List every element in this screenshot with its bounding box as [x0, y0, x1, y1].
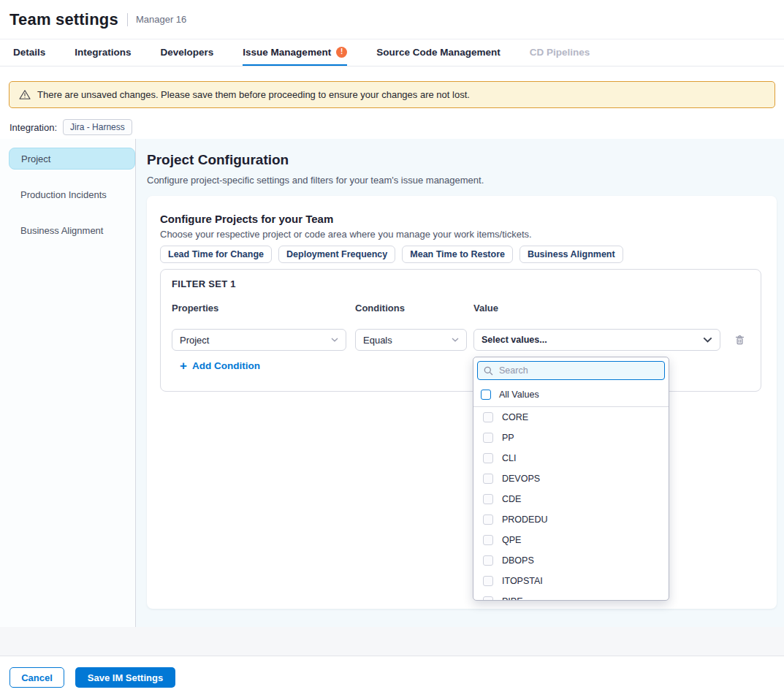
- sidebar-item-label: Business Alignment: [20, 225, 103, 236]
- tab-label: Issue Management: [243, 47, 331, 58]
- select-all-values-option[interactable]: All Values: [473, 384, 669, 406]
- sidebar-item-business-alignment[interactable]: Business Alignment: [9, 219, 135, 241]
- tab-label: Developers: [161, 47, 214, 58]
- tab-integrations[interactable]: Integrations: [75, 39, 131, 66]
- card-subtitle: Choose your respective project or code a…: [160, 229, 532, 240]
- cancel-button[interactable]: Cancel: [9, 667, 64, 688]
- filter-set-1: FILTER SET 1 Properties Conditions Value…: [160, 269, 761, 392]
- sidebar-item-project[interactable]: Project: [9, 148, 135, 170]
- tab-cd-pipelines: CD Pipelines: [530, 39, 590, 66]
- metric-chip-mean-time-to-restore: Mean Time to Restore: [402, 246, 513, 263]
- checkbox[interactable]: [483, 555, 493, 566]
- dropdown-option-core[interactable]: CORE: [473, 407, 669, 428]
- section-subtitle: Configure project-specific settings and …: [147, 175, 484, 186]
- dropdown-option-devops[interactable]: DEVOPS: [473, 468, 669, 489]
- option-label: ITOPSTAI: [502, 576, 543, 586]
- checkbox[interactable]: [483, 474, 493, 484]
- dropdown-option-cde[interactable]: CDE: [473, 489, 669, 509]
- checkbox-all-values[interactable]: [481, 390, 491, 400]
- property-select-value: Project: [180, 335, 209, 346]
- values-multiselect[interactable]: Select values...: [473, 329, 720, 351]
- sidebar-item-production-incidents[interactable]: Production Incidents: [9, 183, 135, 205]
- tab-label: Details: [13, 47, 45, 58]
- column-header-value: Value: [473, 303, 498, 314]
- card-title: Configure Projects for your Team: [160, 213, 333, 225]
- chevron-down-icon: [703, 337, 712, 343]
- checkbox[interactable]: [483, 453, 493, 463]
- column-header-conditions: Conditions: [355, 303, 405, 314]
- column-header-properties: Properties: [172, 303, 218, 314]
- dropdown-option-pp[interactable]: PP: [473, 428, 669, 448]
- checkbox[interactable]: [483, 494, 493, 504]
- tab-label: Integrations: [75, 47, 131, 58]
- project-configuration-card: Configure Projects for your Team Choose …: [147, 196, 777, 609]
- dropdown-option-pipe[interactable]: PIPE: [473, 591, 669, 601]
- integration-row: Integration: Jira - Harness: [9, 119, 132, 135]
- tab-source-code-management[interactable]: Source Code Management: [376, 39, 501, 66]
- option-label: DBOPS: [502, 555, 534, 566]
- trash-icon: [734, 334, 745, 346]
- unsaved-changes-banner: There are unsaved changes. Please save t…: [9, 81, 775, 108]
- bottom-strip: [0, 627, 784, 656]
- property-select[interactable]: Project: [172, 329, 346, 351]
- search-icon: [484, 366, 493, 376]
- plus-icon: +: [180, 360, 187, 372]
- settings-sidebar: Project Production Incidents Business Al…: [9, 148, 135, 255]
- delete-filter-button[interactable]: [732, 333, 747, 347]
- checkbox[interactable]: [483, 412, 493, 422]
- banner-text: There are unsaved changes. Please save t…: [37, 89, 470, 100]
- checkbox[interactable]: [483, 596, 493, 601]
- integration-label: Integration:: [9, 122, 57, 133]
- metric-chips: Lead Time for Change Deployment Frequenc…: [160, 246, 623, 263]
- warning-icon: [19, 89, 31, 100]
- metric-chip-business-alignment: Business Alignment: [520, 246, 623, 263]
- tab-developers[interactable]: Developers: [161, 39, 214, 66]
- add-condition-button[interactable]: + Add Condition: [180, 360, 260, 372]
- dropdown-option-itopstai[interactable]: ITOPSTAI: [473, 571, 669, 591]
- checkbox[interactable]: [483, 535, 493, 545]
- unsaved-alert-badge: !: [336, 47, 347, 58]
- values-dropdown-panel: All Values CORE PP CLI DEVOPS CDE PRODED…: [473, 357, 669, 601]
- dropdown-option-cli[interactable]: CLI: [473, 448, 669, 468]
- add-condition-label: Add Condition: [192, 360, 260, 371]
- search-input[interactable]: [498, 365, 658, 376]
- option-label: PIPE: [502, 596, 523, 601]
- option-label: QPE: [502, 535, 521, 545]
- chevron-down-icon: [331, 338, 338, 342]
- page-header: Team settings Manager 16: [0, 0, 784, 39]
- integration-chip[interactable]: Jira - Harness: [63, 119, 132, 135]
- all-values-label: All Values: [499, 390, 539, 400]
- filter-set-title: FILTER SET 1: [172, 278, 236, 289]
- tab-label: CD Pipelines: [530, 47, 590, 58]
- values-multiselect-placeholder: Select values...: [482, 335, 547, 345]
- condition-select-value: Equals: [363, 335, 392, 346]
- page-title: Team settings: [9, 10, 118, 29]
- option-label: CORE: [502, 412, 528, 422]
- tab-details[interactable]: Details: [13, 39, 45, 66]
- option-label: CDE: [502, 494, 521, 504]
- metric-chip-deployment-frequency: Deployment Frequency: [278, 246, 395, 263]
- save-im-settings-button[interactable]: Save IM Settings: [75, 667, 175, 688]
- condition-select[interactable]: Equals: [355, 329, 467, 351]
- chevron-down-icon: [452, 338, 459, 342]
- checkbox[interactable]: [483, 576, 493, 586]
- team-settings-page: Team settings Manager 16 Details Integra…: [0, 0, 784, 695]
- dropdown-search[interactable]: [477, 361, 665, 380]
- option-label: CLI: [502, 453, 516, 463]
- option-label: PP: [502, 433, 514, 443]
- sidebar-item-label: Project: [21, 153, 50, 164]
- tab-issue-management[interactable]: Issue Management !: [243, 39, 347, 66]
- option-label: PRODEDU: [502, 514, 548, 525]
- option-label: DEVOPS: [502, 474, 540, 484]
- checkbox[interactable]: [483, 514, 493, 525]
- sidebar-item-label: Production Incidents: [20, 189, 107, 200]
- metric-chip-lead-time: Lead Time for Change: [160, 246, 272, 263]
- dropdown-option-dbops[interactable]: DBOPS: [473, 550, 669, 571]
- dropdown-option-qpe[interactable]: QPE: [473, 530, 669, 550]
- tab-label: Source Code Management: [376, 47, 501, 58]
- checkbox[interactable]: [483, 433, 493, 443]
- dropdown-option-prodedu[interactable]: PRODEDU: [473, 509, 669, 530]
- section-title: Project Configuration: [147, 152, 289, 168]
- footer-bar: Cancel Save IM Settings: [0, 656, 784, 695]
- title-separator: [127, 13, 128, 26]
